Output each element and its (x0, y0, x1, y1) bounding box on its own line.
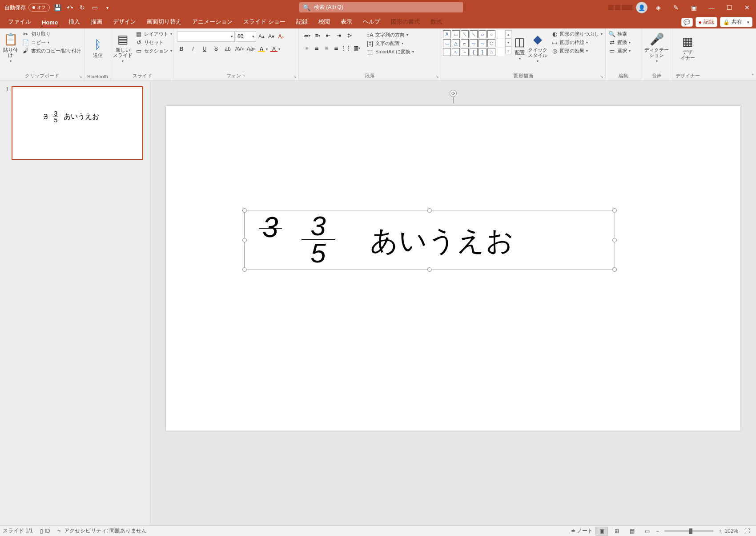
tab-help[interactable]: ヘルプ (358, 15, 386, 28)
maximize-button[interactable]: ☐ (720, 0, 738, 15)
ribbon-display-icon[interactable]: ▣ (685, 0, 703, 15)
replace-button[interactable]: ⇄置換▾ (607, 39, 631, 46)
tab-shape-format[interactable]: 図形の書式 (386, 15, 425, 28)
tab-home[interactable]: Home (36, 16, 63, 28)
slide[interactable]: ⟳ 3 3 5 あいうえお (166, 106, 740, 431)
numbering-button[interactable]: ≡▾ (313, 31, 322, 40)
sorter-view-button[interactable]: ⊞ (611, 527, 623, 536)
align-left-button[interactable]: ≡ (302, 44, 311, 52)
reset-button[interactable]: ↺リセット (134, 39, 173, 46)
select-button[interactable]: ▭選択▾ (607, 47, 631, 55)
tab-record[interactable]: 記録 (291, 15, 313, 28)
gallery-up-button[interactable]: ▴ (505, 30, 511, 38)
shape-outline-button[interactable]: ▭図形の枠線▾ (550, 39, 603, 46)
char-spacing-button[interactable]: AV▾ (235, 44, 244, 53)
thumbnail-panel[interactable]: 1 3 35 あいうえお (0, 81, 150, 525)
format-painter-button[interactable]: 🖌書式のコピー/貼り付け (21, 47, 82, 55)
tab-review[interactable]: 校閲 (313, 15, 335, 28)
handle-l[interactable] (242, 238, 247, 242)
record-button[interactable]: ●記録 (696, 17, 717, 27)
tab-animations[interactable]: アニメーション (187, 15, 238, 28)
search-box[interactable]: 🔍 検索 (Alt+Q) (299, 2, 463, 12)
handle-b[interactable] (427, 267, 432, 272)
align-center-button[interactable]: ≣ (312, 44, 321, 52)
layout-button[interactable]: ▦レイアウト▾ (134, 30, 173, 38)
columns-button[interactable]: ▥▾ (352, 44, 361, 52)
qat-more-icon[interactable]: ▾ (102, 3, 112, 12)
shape-gallery[interactable]: A▭＼＼▱○ ▭△⌐⇨⇨⬡ ⌒∿⌢{}☆ (443, 30, 504, 56)
textbox-content[interactable]: 3 3 5 あいうえお (262, 213, 515, 266)
rotate-handle[interactable]: ⟳ (450, 90, 457, 97)
clipboard-launcher[interactable]: ↘ (78, 74, 83, 80)
section-button[interactable]: ▭セクション▾ (134, 47, 173, 55)
zoom-slider[interactable] (664, 530, 713, 532)
increase-indent-button[interactable]: ⇥ (334, 31, 343, 40)
autosave-toggle[interactable]: オフ (28, 4, 50, 12)
distribute-button[interactable]: ⋮⋮ (342, 44, 350, 52)
tab-view[interactable]: 表示 (335, 15, 358, 28)
zoom-level[interactable]: 102% (724, 528, 738, 534)
present-from-start-icon[interactable]: ▭ (90, 3, 100, 12)
diamond-icon[interactable]: ◈ (649, 0, 667, 15)
handle-br[interactable] (612, 267, 617, 272)
slide-counter[interactable]: スライド 1/1 (3, 527, 33, 535)
text-direction-button[interactable]: ↕A文字列の方向▾ (366, 31, 415, 39)
shape-fill-button[interactable]: ◐図形の塗りつぶし▾ (550, 30, 603, 38)
tab-equation[interactable]: 数式 (425, 15, 447, 28)
dictate-button[interactable]: 🎤 ディクテー ション▾ (647, 30, 667, 66)
tab-file[interactable]: ファイル (3, 15, 36, 28)
a11y-status[interactable]: ᯓ アクセシビリティ: 問題ありません (57, 527, 147, 535)
handle-tr[interactable] (612, 208, 617, 213)
gallery-down-button[interactable]: ▾ (505, 38, 511, 46)
tab-design[interactable]: デザイン (108, 15, 141, 28)
normal-view-button[interactable]: ▣ (595, 527, 608, 536)
designer-button[interactable]: ▦ デザ イナー (677, 30, 698, 66)
line-spacing-button[interactable]: ‡▾ (345, 31, 354, 40)
share-button[interactable]: 🔒共有▾ (720, 17, 752, 27)
clear-formatting-button[interactable]: Aᵨ (277, 32, 286, 41)
pen-icon[interactable]: ✎ (667, 0, 685, 15)
arrange-button[interactable]: ◫配置▾ (514, 30, 525, 66)
gallery-more-button[interactable]: ▿ (505, 46, 511, 54)
underline-button[interactable]: U (200, 44, 209, 53)
collapse-ribbon-button[interactable]: ˄ (752, 73, 754, 79)
change-case-button[interactable]: Aa▾ (246, 44, 255, 53)
minimize-button[interactable]: — (703, 0, 720, 15)
save-icon[interactable]: 💾 (52, 3, 62, 12)
paste-button[interactable]: 📋 貼り付け ▾ (2, 30, 20, 66)
fit-window-button[interactable]: ⛶ (741, 527, 753, 536)
justify-button[interactable]: ≣ (332, 44, 341, 52)
text-shadow-button[interactable]: ab (223, 44, 232, 53)
comments-icon[interactable]: 💬 (681, 18, 693, 27)
font-launcher[interactable]: ↘ (292, 74, 298, 80)
decrease-indent-button[interactable]: ⇤ (324, 31, 333, 40)
bold-button[interactable]: B (177, 44, 186, 53)
tab-slideshow[interactable]: スライド ショー (238, 15, 291, 28)
cut-button[interactable]: ✂切り取り (21, 30, 82, 38)
lang-indicator[interactable]: ▯ ID (40, 528, 50, 534)
strikethrough-button[interactable]: S (212, 44, 221, 53)
handle-bl[interactable] (242, 267, 247, 272)
shape-effects-button[interactable]: ◎図形の効果▾ (550, 47, 603, 55)
copy-button[interactable]: 📄コピー▾ (21, 39, 82, 46)
decrease-font-button[interactable]: A▾ (267, 32, 276, 41)
find-button[interactable]: 🔍検索 (607, 30, 631, 38)
zoom-in-button[interactable]: + (719, 528, 722, 534)
italic-button[interactable]: I (189, 44, 197, 53)
paragraph-launcher[interactable]: ↘ (434, 74, 440, 80)
close-button[interactable]: ✕ (738, 0, 756, 15)
font-color-button[interactable]: A (270, 46, 277, 52)
slide-thumbnail-1[interactable]: 3 35 あいうえお (12, 86, 143, 160)
redo-icon[interactable]: ↻ (77, 3, 87, 12)
slideshow-view-button[interactable]: ▭ (641, 527, 653, 536)
drawing-launcher[interactable]: ↘ (599, 74, 604, 80)
handle-t[interactable] (427, 208, 432, 213)
smartart-button[interactable]: ⬚SmartArt に変換▾ (366, 48, 415, 56)
new-slide-button[interactable]: ▤ 新しい スライド▾ (113, 30, 133, 66)
bluetooth-send-button[interactable]: ᛒ 送信 (88, 30, 108, 66)
handle-tl[interactable] (242, 208, 247, 213)
highlight-color-button[interactable]: A (258, 46, 265, 52)
font-size-combo[interactable]: 60▾ (236, 31, 256, 42)
zoom-out-button[interactable]: − (656, 528, 659, 534)
increase-font-button[interactable]: A▴ (257, 32, 266, 41)
